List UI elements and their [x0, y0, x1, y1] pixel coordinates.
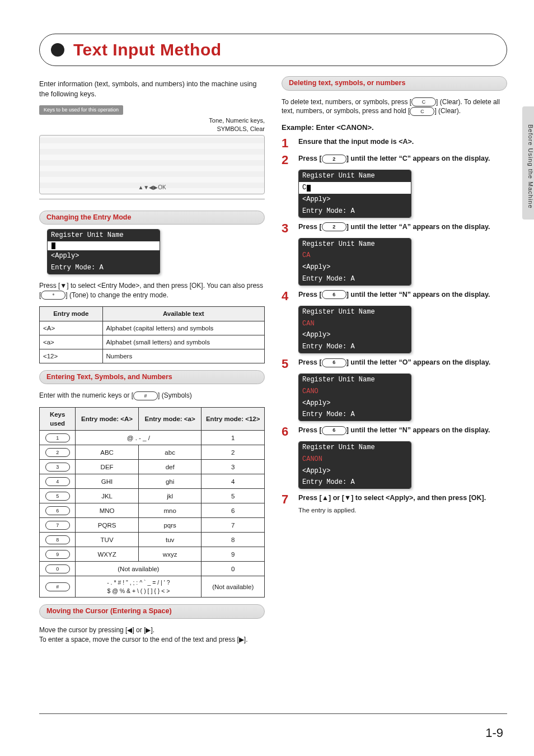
lcd-line: Register Unit Name — [48, 230, 160, 241]
lcd-change-mode: Register Unit Name <Apply> Entry Mode: A — [47, 229, 160, 274]
lcd-line: CA — [299, 250, 411, 262]
panel-illustration: ▲▼◀▶OK — [39, 135, 265, 194]
step-body: Press [6] until the letter “O” appears o… — [298, 358, 507, 370]
lcd-line: <Apply> — [299, 398, 411, 409]
page: Text Input Method Enter information (tex… — [0, 0, 534, 756]
heading-deleting-text: Deleting text, symbols, or numbers — [282, 76, 507, 91]
lcd-line: Register Unit Name — [299, 239, 411, 250]
key-icon: 5 — [45, 492, 70, 501]
table-row: 8TUVtuv8 — [40, 533, 265, 547]
lcd-line: Entry Mode: A — [48, 262, 160, 274]
step-number: 3 — [282, 222, 293, 235]
table-row: 4GHIghi4 — [40, 474, 265, 489]
lcd-step4: Register Unit Name CAN <Apply> Entry Mod… — [298, 306, 411, 353]
key-icon: 6 — [322, 426, 346, 435]
nav-legend: ▲▼◀▶OK — [138, 184, 166, 192]
change-mode-note: Press [▼] to select <Entry Mode>, and th… — [39, 281, 265, 300]
step-body: Press [2] until the letter “C” appears o… — [298, 154, 507, 166]
step-5: 5 Press [6] until the letter “O” appears… — [282, 358, 507, 370]
panel-small1: Tone, Numeric keys, — [39, 117, 265, 124]
left-column: Enter information (text, symbols, and nu… — [39, 76, 265, 651]
table-row: <A>Alphabet (capital letters) and symbol… — [40, 321, 265, 335]
lcd-step2: Register Unit Name C <Apply> Entry Mode:… — [298, 170, 411, 217]
step-body: Press [6] until the letter “N” appears o… — [298, 290, 507, 302]
step-body: Press [▲] or [▼] to select <Apply>, and … — [298, 493, 507, 515]
step-body: Press [2] until the letter “A” appears o… — [298, 222, 507, 235]
key-icon: 2 — [322, 222, 346, 231]
lcd-line: Register Unit Name — [299, 442, 411, 454]
control-panel-legend: Keys to be used for this operation Tone,… — [39, 105, 265, 199]
lcd-line: CANO — [299, 386, 411, 398]
table-row: 3DEFdef3 — [40, 460, 265, 474]
table-row: <12>Numbers — [40, 349, 265, 363]
page-number: 1-9 — [485, 726, 503, 740]
key-icon: 2 — [322, 155, 346, 164]
step-number: 5 — [282, 358, 293, 370]
lcd-line: CAN — [299, 318, 411, 330]
lcd-step3: Register Unit Name CA <Apply> Entry Mode… — [298, 238, 411, 286]
enter-note: Enter with the numeric keys or [#] (Symb… — [39, 391, 265, 400]
heading-moving-cursor: Moving the Cursor (Entering a Space) — [39, 604, 265, 619]
lcd-line: <Apply> — [299, 262, 411, 273]
page-title-box: Text Input Method — [39, 34, 507, 66]
lcd-line — [48, 241, 160, 250]
key-icon: 6 — [45, 506, 70, 515]
step-sub: The entry is applied. — [298, 506, 507, 515]
lcd-line: Register Unit Name — [299, 170, 411, 182]
heading-entering-text: Entering Text, Symbols, and Numbers — [39, 370, 265, 385]
example-heading: Example: Enter <CANON>. — [282, 123, 507, 133]
key-icon: 2 — [45, 448, 70, 457]
table-row: 2ABCabc2 — [40, 445, 265, 460]
step-1: 1 Ensure that the input mode is <A>. — [282, 137, 507, 150]
key-icon: 6 — [322, 290, 346, 299]
th-keys: Keys used — [40, 408, 76, 431]
table-row: <a>Alphabet (small letters) and symbols — [40, 335, 265, 349]
entry-mode-table: Entry mode Available text <A>Alphabet (c… — [39, 306, 265, 363]
keypad-table: Keys used Entry mode: <A> Entry mode: <a… — [39, 407, 265, 598]
lcd-line: C — [299, 182, 411, 194]
table-row: 0 (Not available) 0 — [40, 562, 265, 576]
th-a: Entry mode: <a> — [138, 408, 202, 431]
key-icon: 9 — [45, 550, 70, 559]
right-column: Deleting text, symbols, or numbers To de… — [282, 76, 507, 651]
key-icon: 6 — [322, 358, 346, 367]
key-icon: 7 — [45, 521, 70, 530]
lcd-line: Entry Mode: A — [299, 341, 411, 353]
heading-changing-entry-mode: Changing the Entry Mode — [39, 211, 265, 225]
page-title: Text Input Method — [73, 40, 222, 59]
step-number: 6 — [282, 426, 293, 438]
delete-note: To delete text, numbers, or symbols, pre… — [282, 97, 507, 116]
hash-key-icon: # — [133, 391, 158, 400]
step-7: 7 Press [▲] or [▼] to select <Apply>, an… — [282, 493, 507, 515]
step-number: 4 — [282, 290, 293, 302]
th-entry-mode: Entry mode — [40, 307, 103, 321]
lcd-line: <Apply> — [299, 329, 411, 341]
table-row: # - . * # ! " , ; : ^ ` _ = / | ' ? $ @ … — [40, 576, 265, 598]
th-available-text: Available text — [102, 307, 264, 321]
th-A: Entry mode: <A> — [76, 408, 139, 431]
lcd-line: Entry Mode: A — [299, 409, 411, 421]
key-icon: 1 — [45, 433, 70, 442]
th-12: Entry mode: <12> — [202, 408, 265, 431]
lcd-line: <Apply> — [48, 250, 160, 262]
step-3: 3 Press [2] until the letter “A” appears… — [282, 222, 507, 235]
panel-small2: SYMBOLS, Clear — [39, 125, 265, 133]
key-icon: # — [45, 582, 70, 591]
star-key-icon: ＊ — [41, 291, 65, 300]
side-tab: Before Using the Machine — [522, 106, 534, 220]
lcd-line: <Apply> — [299, 465, 411, 477]
step-body: Ensure that the input mode is <A>. — [298, 137, 507, 150]
table-row: 7PQRSpqrs7 — [40, 518, 265, 533]
footer-rule — [39, 713, 507, 714]
key-icon: 3 — [45, 463, 70, 472]
key-icon: 4 — [45, 477, 70, 486]
panel-tag: Keys to be used for this operation — [39, 105, 123, 115]
lcd-line: CANON — [299, 454, 411, 465]
lcd-line: <Apply> — [299, 194, 411, 206]
step-number: 7 — [282, 493, 293, 515]
step-number: 2 — [282, 154, 293, 166]
key-icon: 8 — [45, 535, 70, 544]
step-6: 6 Press [6] until the letter “N” appears… — [282, 426, 507, 438]
table-row: 6MNOmno6 — [40, 503, 265, 518]
lcd-line: Register Unit Name — [299, 374, 411, 386]
